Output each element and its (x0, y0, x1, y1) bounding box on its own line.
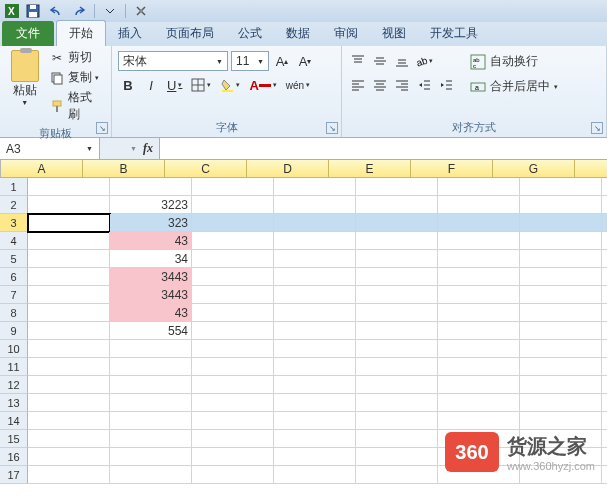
cell[interactable] (28, 250, 110, 268)
cell[interactable] (602, 394, 607, 412)
row-header[interactable]: 2 (0, 196, 28, 214)
cell[interactable] (356, 250, 438, 268)
row-header[interactable]: 12 (0, 376, 28, 394)
cell[interactable] (356, 196, 438, 214)
tools-icon[interactable] (131, 2, 151, 20)
font-name-select[interactable]: 宋体▼ (118, 51, 228, 71)
cell[interactable] (274, 214, 356, 232)
cell[interactable] (356, 430, 438, 448)
align-top-button[interactable] (348, 51, 368, 71)
cell[interactable] (28, 196, 110, 214)
cell[interactable] (274, 286, 356, 304)
row-header[interactable]: 10 (0, 340, 28, 358)
cell[interactable] (274, 340, 356, 358)
cell[interactable] (602, 448, 607, 466)
cell[interactable] (438, 250, 520, 268)
increase-font-button[interactable]: A▴ (272, 51, 292, 71)
cell[interactable] (356, 358, 438, 376)
cell[interactable] (602, 358, 607, 376)
cell[interactable] (602, 286, 607, 304)
dialog-launcher-icon[interactable]: ↘ (591, 122, 603, 134)
row-header[interactable]: 14 (0, 412, 28, 430)
tab-formulas[interactable]: 公式 (226, 21, 274, 46)
cell[interactable] (274, 250, 356, 268)
row-header[interactable]: 13 (0, 394, 28, 412)
row-header[interactable]: 17 (0, 466, 28, 484)
cell[interactable] (602, 304, 607, 322)
cell[interactable] (110, 376, 192, 394)
paste-button[interactable]: 粘贴 ▼ (6, 48, 43, 124)
cell[interactable] (192, 466, 274, 484)
tab-developer[interactable]: 开发工具 (418, 21, 490, 46)
cell[interactable] (28, 304, 110, 322)
cell[interactable] (602, 196, 607, 214)
cell[interactable] (356, 214, 438, 232)
cell[interactable] (192, 376, 274, 394)
cell[interactable] (438, 268, 520, 286)
cell[interactable] (438, 358, 520, 376)
align-bottom-button[interactable] (392, 51, 412, 71)
cell[interactable] (520, 322, 602, 340)
cell[interactable] (602, 232, 607, 250)
wrap-text-button[interactable]: abc自动换行 (464, 51, 564, 72)
row-header[interactable]: 16 (0, 448, 28, 466)
cell[interactable] (28, 232, 110, 250)
cell[interactable] (110, 178, 192, 196)
column-header[interactable]: B (83, 160, 165, 178)
align-right-button[interactable] (392, 75, 412, 95)
underline-button[interactable]: U▾ (164, 75, 185, 95)
cell[interactable]: 3223 (110, 196, 192, 214)
qat-customize-icon[interactable] (100, 2, 120, 20)
cell[interactable] (192, 304, 274, 322)
cell[interactable] (274, 430, 356, 448)
cell[interactable] (520, 250, 602, 268)
cell[interactable] (110, 448, 192, 466)
tab-page-layout[interactable]: 页面布局 (154, 21, 226, 46)
font-color-button[interactable]: A▾ (246, 75, 279, 95)
column-header[interactable]: F (411, 160, 493, 178)
orientation-button[interactable]: ab▾ (414, 51, 434, 71)
cell[interactable] (602, 268, 607, 286)
cell[interactable] (520, 376, 602, 394)
cell[interactable] (438, 214, 520, 232)
cell[interactable] (438, 376, 520, 394)
cell[interactable] (520, 394, 602, 412)
cell[interactable] (274, 466, 356, 484)
cell[interactable]: 34 (110, 250, 192, 268)
cell[interactable] (28, 268, 110, 286)
tab-file[interactable]: 文件 (2, 21, 54, 46)
cell[interactable] (192, 268, 274, 286)
column-header[interactable]: D (247, 160, 329, 178)
fill-color-button[interactable]: ▾ (217, 75, 243, 95)
tab-home[interactable]: 开始 (56, 20, 106, 46)
redo-icon[interactable] (69, 2, 89, 20)
cell[interactable] (192, 412, 274, 430)
cell[interactable] (602, 214, 607, 232)
cell[interactable] (356, 412, 438, 430)
cell[interactable] (28, 394, 110, 412)
cell[interactable] (356, 448, 438, 466)
align-middle-button[interactable] (370, 51, 390, 71)
cell[interactable] (28, 448, 110, 466)
cell[interactable] (192, 322, 274, 340)
dialog-launcher-icon[interactable]: ↘ (326, 122, 338, 134)
row-header[interactable]: 7 (0, 286, 28, 304)
cell[interactable]: 3443 (110, 268, 192, 286)
cell[interactable] (274, 394, 356, 412)
cell[interactable] (602, 250, 607, 268)
dialog-launcher-icon[interactable]: ↘ (96, 122, 108, 134)
cell[interactable] (520, 286, 602, 304)
cell[interactable] (28, 178, 110, 196)
cell[interactable] (110, 466, 192, 484)
cell[interactable] (356, 376, 438, 394)
cell[interactable] (274, 376, 356, 394)
cell[interactable] (110, 430, 192, 448)
cell[interactable] (192, 250, 274, 268)
cell[interactable] (602, 178, 607, 196)
cell[interactable] (110, 340, 192, 358)
row-header[interactable]: 11 (0, 358, 28, 376)
cell[interactable] (602, 340, 607, 358)
cell[interactable]: 3443 (110, 286, 192, 304)
column-header[interactable]: H (575, 160, 607, 178)
column-header[interactable]: G (493, 160, 575, 178)
